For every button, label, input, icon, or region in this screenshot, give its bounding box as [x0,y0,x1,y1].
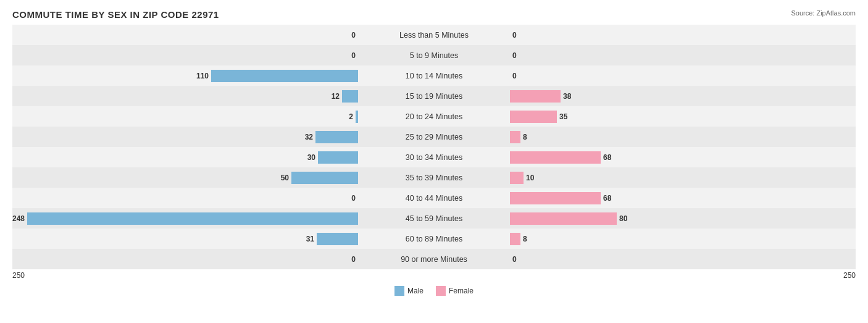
female-value: 68 [603,153,611,162]
male-bar [315,131,358,143]
female-bar [510,151,601,164]
male-color-box [394,286,404,296]
female-bar [510,172,524,184]
left-half: 12 [12,86,358,106]
male-bar [318,151,358,164]
right-half: 8 [510,229,856,249]
right-half: 0 [510,249,856,269]
row-label: 5 to 9 Minutes [358,51,510,60]
left-half: 2 [12,106,358,127]
female-color-box [436,286,446,296]
row-label: 35 to 39 Minutes [358,174,510,182]
chart-container: COMMUTE TIME BY SEX IN ZIP CODE 22971 So… [0,0,868,323]
left-half: 50 [12,167,358,188]
female-value: 0 [512,72,517,80]
female-bar [510,233,520,245]
male-value: 2 [349,112,353,121]
row-label: 25 to 29 Minutes [358,133,510,141]
female-value: 0 [512,51,517,60]
female-value: 10 [526,174,534,182]
female-value: 68 [603,194,611,203]
left-half: 248 [12,208,358,229]
row-label: 90 or more Minutes [358,255,510,264]
row-label: 30 to 34 Minutes [358,153,510,162]
table-row: 110 10 to 14 Minutes 0 [12,65,856,86]
legend-female: Female [436,286,474,296]
right-half: 68 [510,188,856,208]
male-value: 0 [351,194,356,203]
table-row: 248 45 to 59 Minutes 80 [12,208,856,229]
chart-body: 0 Less than 5 Minutes 0 0 5 to 9 Minutes… [12,25,856,269]
male-bar [342,90,358,103]
male-bar [317,233,358,245]
legend-female-label: Female [449,287,474,295]
female-value: 80 [619,214,627,223]
left-half: 0 [12,188,358,208]
female-bar [510,212,617,225]
row-label: Less than 5 Minutes [358,31,510,40]
male-value: 0 [351,51,356,60]
row-label: 40 to 44 Minutes [358,194,510,203]
table-row: 0 Less than 5 Minutes 0 [12,25,856,45]
row-label: 10 to 14 Minutes [358,72,510,80]
left-half: 0 [12,249,358,269]
left-half: 30 [12,147,358,167]
left-half: 110 [12,65,358,86]
left-half: 0 [12,45,358,65]
axis-right: 250 [843,271,856,280]
right-half: 8 [510,127,856,147]
legend-male-label: Male [407,287,424,295]
male-value: 110 [196,72,209,80]
table-row: 50 35 to 39 Minutes 10 [12,167,856,188]
right-half: 0 [510,65,856,86]
right-half: 0 [510,25,856,45]
female-value: 8 [523,235,527,243]
left-half: 32 [12,127,358,147]
table-row: 2 20 to 24 Minutes 35 [12,106,856,127]
table-row: 0 40 to 44 Minutes 68 [12,188,856,208]
male-value: 0 [351,255,356,264]
right-half: 0 [510,45,856,65]
male-value: 0 [351,31,356,40]
legend-male: Male [394,286,424,296]
chart-title: COMMUTE TIME BY SEX IN ZIP CODE 22971 [12,9,856,20]
male-bar [291,172,358,184]
table-row: 31 60 to 89 Minutes 8 [12,229,856,249]
female-bar [510,192,601,204]
table-row: 0 90 or more Minutes 0 [12,249,856,269]
male-bar [27,212,358,225]
right-half: 35 [510,106,856,127]
table-row: 32 25 to 29 Minutes 8 [12,127,856,147]
male-value: 30 [307,153,315,162]
female-value: 38 [563,92,571,101]
axis-left: 250 [12,271,25,280]
right-half: 68 [510,147,856,167]
source-label: Source: ZipAtlas.com [791,9,856,17]
male-value: 31 [306,235,314,243]
table-row: 0 5 to 9 Minutes 0 [12,45,856,65]
left-half: 31 [12,229,358,249]
row-label: 20 to 24 Minutes [358,112,510,121]
row-label: 60 to 89 Minutes [358,235,510,243]
right-half: 10 [510,167,856,188]
male-value: 32 [305,133,313,141]
male-value: 248 [12,214,25,223]
right-half: 38 [510,86,856,106]
row-label: 45 to 59 Minutes [358,214,510,223]
female-bar [510,111,557,123]
female-value: 0 [512,31,517,40]
female-value: 0 [512,255,517,264]
male-value: 50 [281,174,289,182]
table-row: 30 30 to 34 Minutes 68 [12,147,856,167]
female-value: 35 [559,112,567,121]
male-value: 12 [332,92,340,101]
left-half: 0 [12,25,358,45]
legend: Male Female [12,286,856,296]
table-row: 12 15 to 19 Minutes 38 [12,86,856,106]
male-bar [211,70,358,82]
female-value: 8 [523,133,527,141]
female-bar [510,131,520,143]
right-half: 80 [510,208,856,229]
female-bar [510,90,561,103]
row-label: 15 to 19 Minutes [358,92,510,101]
